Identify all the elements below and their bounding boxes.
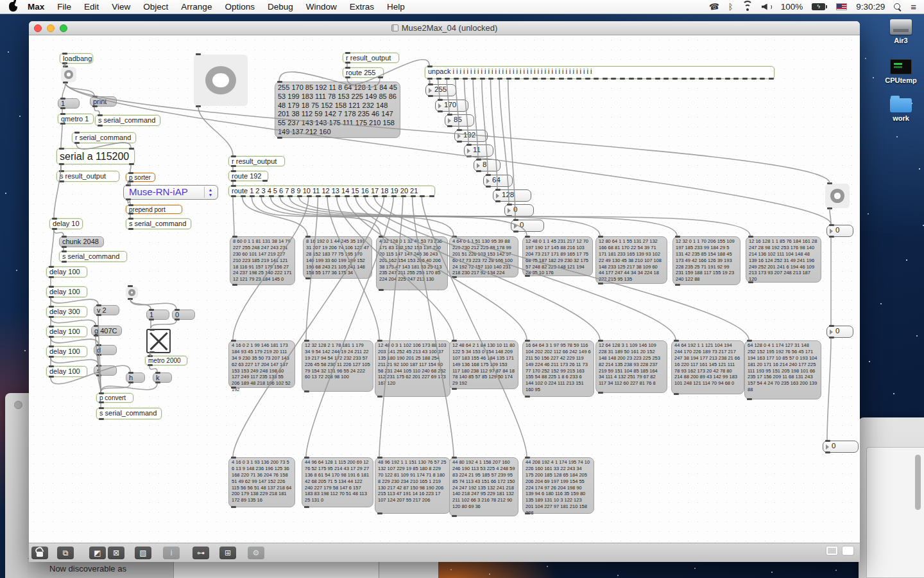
max-node-n0a[interactable]: 0 — [504, 204, 534, 216]
max-node-rres2[interactable]: r result_output — [228, 156, 285, 166]
outlet[interactable] — [250, 195, 255, 197]
inlet[interactable] — [598, 340, 603, 342]
outlet[interactable] — [825, 451, 830, 453]
max-node-r2b3[interactable]: 12 48 0 3 1 102 106 173 88 103 203 141 2… — [375, 340, 450, 397]
max-node-unpack[interactable]: unpack i i i i i i i i i i i i i i i i i… — [425, 66, 774, 79]
outlet[interactable] — [345, 195, 350, 197]
menu-item-window[interactable]: Window — [300, 0, 343, 14]
max-node-route255[interactable]: route 255 — [343, 67, 384, 78]
max-node-n170[interactable]: 170 — [435, 100, 468, 112]
max-node-d100a[interactable]: delay 100 — [46, 267, 87, 277]
outlet[interactable] — [466, 155, 472, 157]
menu-item-max[interactable]: Max — [21, 0, 51, 14]
outlet[interactable] — [533, 78, 538, 80]
outlet[interactable] — [128, 228, 133, 230]
outlet[interactable] — [611, 78, 616, 80]
inlet[interactable] — [96, 304, 101, 306]
outlet[interactable] — [594, 78, 599, 80]
outlet[interactable] — [126, 198, 131, 200]
outlet[interactable] — [690, 78, 695, 80]
max-node-d300[interactable]: delay 300 — [46, 306, 87, 317]
outlet[interactable] — [325, 195, 330, 197]
info-icon[interactable]: i — [163, 547, 180, 559]
outlet[interactable] — [629, 78, 634, 80]
desktop-icon-cputemp[interactable]: CPUtemp — [880, 59, 921, 84]
menu-item-object[interactable]: Object — [137, 0, 175, 14]
outlet[interactable] — [150, 351, 155, 353]
outlet[interactable] — [585, 78, 590, 80]
outlet[interactable] — [49, 376, 54, 378]
outlet[interactable] — [447, 125, 452, 127]
max-node-r2b6[interactable]: 12 64 128 3 1 109 146 109 228 31 189 50 … — [595, 340, 667, 393]
inlet[interactable] — [128, 218, 133, 220]
outlet[interactable] — [49, 316, 54, 318]
max-node-r2b5[interactable]: 16 64 64 3 1 97 95 78 59 116 104 202 202… — [522, 340, 594, 397]
outlet[interactable] — [506, 78, 511, 80]
inlet[interactable] — [128, 285, 133, 287]
spotlight-icon[interactable] — [894, 3, 902, 11]
inlet[interactable] — [49, 346, 54, 347]
connections-icon[interactable]: ⊶ — [193, 547, 209, 559]
outlet[interactable] — [463, 78, 468, 80]
max-node-r2b7[interactable]: 44 64 192 1 1 121 104 194 244 170 226 18… — [671, 340, 744, 394]
outlet[interactable] — [769, 78, 774, 80]
outlet[interactable] — [646, 78, 651, 80]
outlet[interactable] — [486, 186, 491, 188]
inlet[interactable] — [59, 148, 64, 150]
inlet[interactable] — [129, 148, 134, 150]
outlet[interactable] — [128, 213, 133, 215]
max-node-route21[interactable]: route 1 2 3 4 5 6 7 8 9 10 11 12 13 14 1… — [228, 186, 435, 197]
inlet[interactable] — [99, 407, 104, 409]
outlet[interactable] — [128, 180, 133, 182]
desktop-icon-air3[interactable]: Air3 — [880, 19, 921, 44]
max-node-msgPrint[interactable]: print — [90, 96, 117, 107]
inlet[interactable] — [377, 457, 382, 459]
outlet[interactable] — [98, 125, 103, 127]
outlet[interactable] — [725, 78, 730, 80]
outlet[interactable] — [305, 277, 311, 279]
max-node-psorter[interactable]: p sorter — [126, 173, 155, 182]
max-node-pconvert[interactable]: p convert — [96, 393, 133, 403]
outlet[interactable] — [297, 195, 302, 197]
outlet[interactable] — [49, 336, 54, 338]
outlet[interactable] — [829, 337, 834, 338]
menu-item-file[interactable]: File — [51, 0, 78, 14]
max-node-msg1a[interactable]: 1 — [58, 98, 80, 109]
outlet[interactable] — [304, 390, 309, 392]
outlet[interactable] — [49, 296, 54, 298]
outlet[interactable] — [307, 195, 312, 197]
outlet[interactable] — [541, 78, 546, 80]
outlet[interactable] — [733, 78, 739, 80]
outlet[interactable] — [524, 78, 529, 80]
outlet[interactable] — [716, 78, 721, 80]
inlet[interactable] — [827, 182, 832, 184]
max-node-d100d[interactable]: delay 100 — [46, 346, 87, 357]
outlet[interactable] — [196, 105, 201, 107]
close-button[interactable] — [34, 24, 42, 32]
outlet[interactable] — [74, 142, 80, 144]
volume-icon[interactable] — [762, 3, 772, 11]
patch-canvas[interactable]: loadbang1printqmetro 1s serial_commandr … — [29, 35, 860, 543]
max-node-r1b2[interactable]: 8 16 192 0 1 44 245 35 191 31 207 19 206… — [303, 236, 372, 279]
outlet[interactable] — [598, 283, 603, 285]
inlet[interactable] — [466, 144, 472, 146]
max-node-rres1[interactable]: r result_output — [343, 53, 399, 63]
outlet[interactable] — [62, 261, 67, 263]
inlet[interactable] — [155, 372, 160, 374]
background-window-right[interactable] — [859, 417, 924, 578]
outlet[interactable] — [598, 392, 603, 394]
inlet[interactable] — [829, 325, 834, 327]
inlet[interactable] — [175, 309, 180, 311]
outlet[interactable] — [60, 107, 65, 109]
max-node-toggle[interactable] — [146, 329, 171, 353]
outlet[interactable] — [567, 78, 572, 80]
outlet[interactable] — [748, 281, 753, 283]
outlet[interactable] — [497, 78, 502, 80]
outlet[interactable] — [699, 78, 704, 80]
max-node-delay10[interactable]: delay 10 — [49, 218, 83, 229]
outlet[interactable] — [411, 195, 416, 197]
outlet[interactable] — [62, 62, 67, 64]
outlet[interactable] — [99, 401, 104, 403]
outlet[interactable] — [525, 275, 530, 277]
inlet[interactable] — [525, 340, 530, 342]
